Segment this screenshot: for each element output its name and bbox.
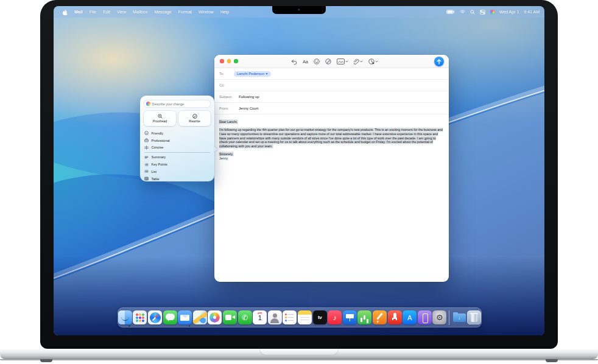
desktop-screen: Mail File Edit View Mailbox Message Form… bbox=[54, 6, 544, 335]
zoom-window-button[interactable] bbox=[234, 59, 238, 63]
dock-icon-phone[interactable]: ✆ bbox=[238, 310, 252, 324]
menu-item-file[interactable]: File bbox=[90, 10, 96, 14]
menu-item-help[interactable]: Help bbox=[220, 10, 229, 14]
to-label: To: bbox=[219, 72, 234, 75]
download-arrow-glyph: ↓ bbox=[458, 315, 460, 321]
control-center-icon[interactable] bbox=[480, 10, 485, 15]
recipient-token[interactable]: Lanchi Pederson bbox=[234, 71, 271, 77]
send-button[interactable] bbox=[434, 57, 444, 66]
menu-bar-date[interactable]: Wed Apr 1 bbox=[499, 10, 519, 14]
recipient-chevron-icon bbox=[266, 73, 268, 75]
from-value: Jenny Court bbox=[239, 107, 258, 110]
key-points-bullets-icon bbox=[144, 163, 149, 167]
minimize-window-button[interactable] bbox=[227, 59, 231, 63]
dock-icon-messages[interactable] bbox=[163, 310, 177, 324]
dock-icon-notes[interactable] bbox=[298, 310, 312, 324]
menu-item-message[interactable]: Message bbox=[154, 10, 171, 14]
apple-menu-icon[interactable] bbox=[62, 9, 68, 15]
dock-icon-mail[interactable] bbox=[178, 310, 192, 324]
cc-field[interactable]: Cc: bbox=[214, 80, 449, 91]
menu-item-window[interactable]: Window bbox=[199, 10, 214, 14]
dock-icon-numbers[interactable] bbox=[357, 310, 371, 324]
wifi-icon[interactable] bbox=[460, 10, 465, 14]
from-field[interactable]: From: Jenny Court bbox=[214, 103, 449, 114]
close-window-button[interactable] bbox=[220, 59, 224, 63]
describe-change-field[interactable] bbox=[144, 100, 211, 108]
dock-icon-finder[interactable] bbox=[118, 310, 132, 324]
transform-option-list[interactable]: List bbox=[144, 168, 210, 175]
dock-icon-pages[interactable] bbox=[373, 310, 387, 324]
undo-icon[interactable] bbox=[291, 59, 297, 65]
style-option-friendly[interactable]: Friendly bbox=[144, 130, 210, 137]
dock-icon-launchpad[interactable] bbox=[133, 310, 147, 324]
friendly-smiley-icon bbox=[144, 131, 149, 135]
menu-item-mail[interactable]: Mail bbox=[74, 10, 83, 14]
list-icon bbox=[144, 169, 149, 173]
transform-option-table[interactable]: Table bbox=[144, 175, 210, 183]
dock-icon-system-settings[interactable]: ⚙ bbox=[432, 310, 446, 324]
menu-bar-time[interactable]: 9:41 AM bbox=[524, 10, 540, 14]
concise-label: Concise bbox=[152, 145, 164, 149]
dock-icon-calendar[interactable]: APR 1 bbox=[253, 310, 267, 324]
dock: ✆ APR 1 tv ♪ A ⚙ ↓ bbox=[118, 307, 482, 327]
proofread-label: Proofread bbox=[153, 119, 167, 123]
dock-icon-rocket[interactable] bbox=[388, 310, 402, 324]
rewrite-pencil-icon bbox=[192, 114, 197, 119]
attach-file-button[interactable] bbox=[354, 58, 363, 65]
transform-option-key-points[interactable]: Key Points bbox=[144, 161, 210, 168]
emoji-picker-icon[interactable] bbox=[314, 58, 320, 65]
rewrite-button[interactable]: Rewrite bbox=[178, 111, 211, 126]
body-paragraph: I'm following up regarding the 4th quart… bbox=[219, 128, 443, 148]
dock-icon-trash[interactable] bbox=[467, 310, 481, 324]
proofread-button[interactable]: Proofread bbox=[144, 111, 176, 126]
finder-running-indicator bbox=[128, 325, 130, 327]
format-text-button[interactable]: Aa bbox=[303, 59, 308, 65]
to-field[interactable]: To: Lanchi Pederson bbox=[214, 68, 449, 80]
dock-icon-keynote[interactable] bbox=[343, 310, 357, 324]
laptop-foot-right bbox=[546, 359, 558, 362]
professional-briefcase-icon bbox=[144, 138, 149, 142]
menu-item-view[interactable]: View bbox=[117, 10, 126, 14]
dock-icon-iphone-mirroring[interactable] bbox=[418, 310, 432, 324]
dock-icon-reminders[interactable] bbox=[283, 310, 297, 324]
photo-browser-button[interactable] bbox=[337, 58, 348, 65]
summary-lines-icon bbox=[144, 155, 149, 159]
dock-icon-maps[interactable] bbox=[193, 310, 207, 324]
professional-label: Professional bbox=[152, 139, 170, 142]
battery-icon[interactable] bbox=[446, 10, 455, 14]
laptop-base-edge bbox=[0, 359, 598, 361]
concise-compress-icon bbox=[144, 145, 149, 150]
summary-label: Summary bbox=[152, 155, 166, 159]
style-option-concise[interactable]: Concise bbox=[144, 144, 210, 152]
writing-tools-icon[interactable] bbox=[325, 58, 331, 65]
mail-running-indicator bbox=[189, 325, 191, 327]
style-option-professional[interactable]: Professional bbox=[144, 137, 210, 144]
writing-tools-popover: Proofread Rewrite Friendly bbox=[140, 96, 214, 181]
music-note-glyph: ♪ bbox=[333, 313, 337, 322]
describe-change-input[interactable] bbox=[152, 102, 207, 106]
dock-icon-app-store[interactable]: A bbox=[403, 310, 417, 324]
transform-option-summary[interactable]: Summary bbox=[144, 153, 210, 161]
siri-icon[interactable] bbox=[490, 10, 494, 14]
display-notch bbox=[272, 6, 326, 14]
mail-compose-window: Aa bbox=[214, 55, 449, 282]
subject-field[interactable]: Subject: Following up bbox=[214, 91, 449, 103]
send-later-button[interactable] bbox=[368, 58, 378, 65]
dock-icon-facetime[interactable] bbox=[223, 310, 237, 324]
camera bbox=[298, 9, 300, 11]
laptop-foot-left bbox=[40, 359, 52, 362]
dock-icon-photos[interactable] bbox=[208, 310, 222, 324]
menu-item-edit[interactable]: Edit bbox=[103, 10, 110, 14]
menu-item-format[interactable]: Format bbox=[178, 10, 192, 14]
dock-icon-safari[interactable] bbox=[148, 310, 162, 324]
message-body[interactable]: Dear Lanchi, I'm following up regarding … bbox=[214, 114, 449, 161]
dock-icon-music[interactable]: ♪ bbox=[328, 310, 342, 324]
spotlight-search-icon[interactable] bbox=[470, 10, 475, 15]
dock-icon-tv[interactable]: tv bbox=[313, 310, 327, 324]
dock-separator bbox=[449, 310, 449, 325]
menu-item-mailbox[interactable]: Mailbox bbox=[133, 10, 147, 14]
dock-icon-downloads[interactable]: ↓ bbox=[452, 310, 466, 324]
dock-icon-contacts[interactable] bbox=[268, 310, 282, 324]
table-label: Table bbox=[152, 177, 160, 181]
laptop-base bbox=[0, 349, 598, 359]
